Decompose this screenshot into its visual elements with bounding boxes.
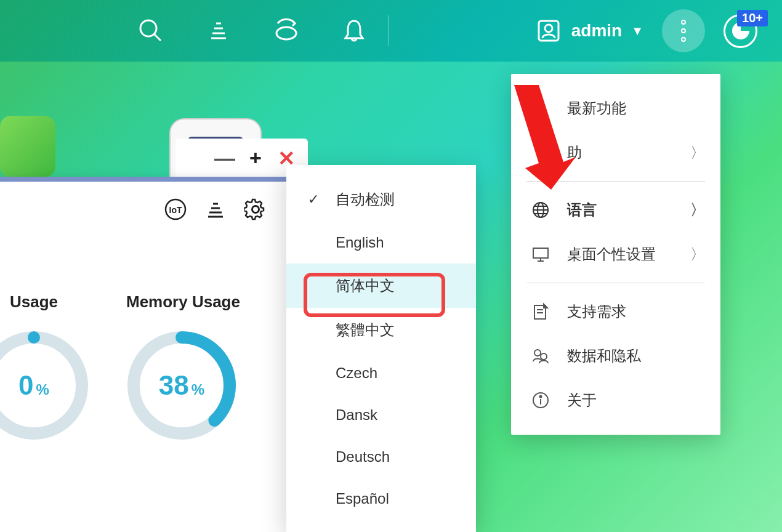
menu-label: 助	[567, 143, 582, 163]
lang-item-auto[interactable]: ✓ 自动检测	[286, 177, 476, 222]
menu-item-whatsnew[interactable]: 最新功能	[511, 86, 720, 131]
svg-point-29	[540, 396, 542, 398]
lang-label: 自动检测	[336, 191, 395, 208]
menu-item-privacy[interactable]: 数据和隐私	[511, 334, 720, 378]
people-icon	[530, 345, 552, 367]
chevron-right-icon: 〉	[690, 200, 705, 220]
svg-point-26	[541, 353, 547, 360]
lang-label: Czech	[336, 365, 377, 381]
volumes-icon[interactable]	[203, 15, 234, 46]
lang-item-dansk[interactable]: Dansk	[286, 394, 476, 436]
lang-item-simplified-chinese[interactable]: 简体中文	[286, 264, 476, 308]
window-toolbar: IoT	[0, 182, 286, 237]
notification-badge: 10+	[737, 10, 768, 26]
help-icon: ?	[530, 142, 552, 164]
gear-icon[interactable]	[243, 197, 268, 222]
menu-label: 支持需求	[567, 302, 626, 321]
flag-icon	[530, 97, 552, 119]
gauge-cpu: Usage 0%	[0, 292, 89, 441]
info-icon	[530, 389, 552, 411]
check-icon: ✓	[308, 191, 319, 208]
lang-label: 繁體中文	[336, 321, 395, 338]
gauge-label: Usage	[0, 292, 89, 312]
svg-point-25	[534, 350, 541, 356]
top-toolbar: admin ▼ 10+	[0, 0, 782, 62]
gauge-label: Memory Usage	[126, 292, 240, 312]
menu-divider	[526, 181, 705, 182]
gauge-memory: Memory Usage 38%	[126, 292, 240, 441]
menu-item-help[interactable]: ? 助 〉	[511, 131, 720, 175]
menu-label: 桌面个性设置	[567, 244, 656, 264]
more-options-button[interactable]	[662, 9, 705, 52]
svg-line-1	[155, 34, 161, 41]
lang-item-english[interactable]: English	[286, 222, 476, 264]
lang-item-deutsch[interactable]: Deutsch	[286, 436, 476, 478]
percent-sign: %	[191, 381, 204, 398]
menu-label: 语言	[567, 200, 597, 220]
menu-item-about[interactable]: 关于	[511, 378, 720, 422]
lang-label: Deutsch	[336, 448, 390, 465]
globe-icon	[530, 199, 552, 221]
dashboard-window: IoT Usage 0% Memory Usage 38%	[0, 177, 286, 532]
svg-rect-11	[534, 102, 544, 109]
options-menu: 最新功能 ? 助 〉 语言 〉 桌面个性设置 〉 支持需求 数据和隐私	[511, 74, 720, 435]
note-icon	[530, 300, 552, 323]
minimize-button[interactable]: —	[212, 146, 237, 170]
svg-point-4	[545, 25, 552, 32]
lang-label: English	[336, 234, 384, 251]
search-icon[interactable]	[135, 15, 166, 46]
lang-item-traditional-chinese[interactable]: 繁體中文	[286, 308, 476, 352]
user-name-label: admin	[571, 21, 622, 41]
chevron-right-icon: 〉	[690, 143, 705, 163]
maximize-button[interactable]: +	[243, 146, 268, 170]
bell-icon[interactable]	[339, 15, 369, 46]
stack-icon[interactable]	[203, 197, 228, 222]
iot-icon[interactable]: IoT	[163, 197, 188, 222]
percent-sign: %	[36, 381, 49, 398]
menu-label: 关于	[567, 390, 597, 410]
gauge-value: 0	[18, 370, 33, 400]
caret-down-icon: ▼	[631, 24, 643, 38]
lang-label: 简体中文	[336, 277, 395, 294]
toolbar-separator	[388, 15, 389, 46]
menu-item-desktop-settings[interactable]: 桌面个性设置 〉	[511, 232, 720, 276]
storage-icon[interactable]	[271, 15, 302, 46]
user-menu[interactable]: admin ▼	[535, 17, 643, 44]
svg-text:?: ?	[536, 143, 544, 160]
menu-divider	[526, 283, 705, 283]
svg-point-2	[276, 27, 296, 39]
monitor-icon	[530, 243, 552, 265]
menu-label: 数据和隐私	[567, 346, 641, 366]
user-icon	[535, 17, 562, 44]
language-submenu: ✓ 自动检测 English 简体中文 繁體中文 Czech Dansk Deu…	[286, 165, 476, 532]
gauge-value: 38	[159, 370, 189, 400]
dashboard-button[interactable]: 10+	[724, 14, 757, 48]
menu-label: 最新功能	[567, 99, 626, 118]
lang-item-espanol[interactable]: Español	[286, 478, 476, 520]
lang-item-czech[interactable]: Czech	[286, 352, 476, 394]
svg-text:IoT: IoT	[169, 205, 182, 215]
lang-label: Dansk	[336, 406, 377, 423]
svg-point-0	[140, 20, 156, 36]
menu-item-language[interactable]: 语言 〉	[511, 188, 720, 232]
svg-rect-19	[533, 248, 548, 258]
menu-item-support[interactable]: 支持需求	[511, 289, 720, 334]
desktop-shortcut[interactable]	[0, 116, 55, 177]
chevron-right-icon: 〉	[690, 244, 705, 264]
lang-label: Español	[336, 490, 389, 507]
